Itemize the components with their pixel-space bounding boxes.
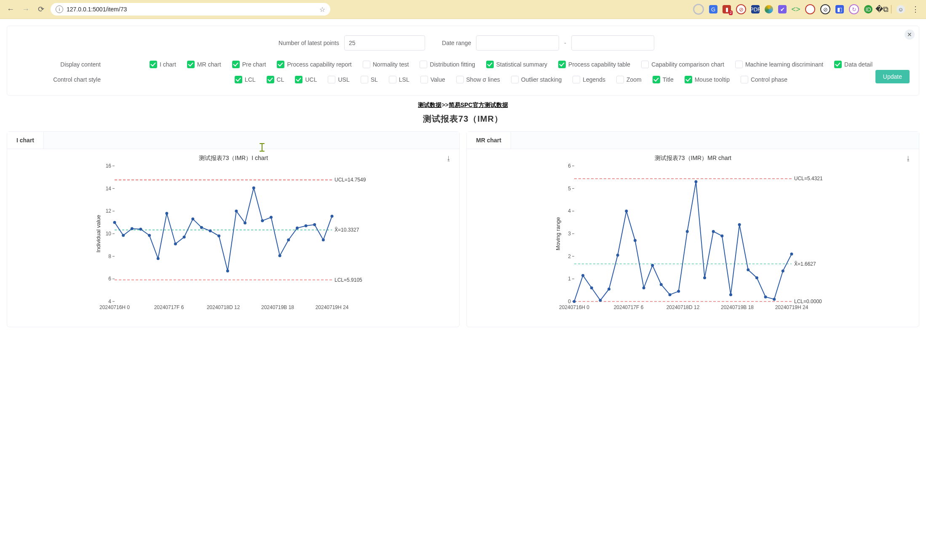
checkbox-box[interactable] xyxy=(361,76,368,83)
ext-icon[interactable]: ID xyxy=(864,5,872,13)
svg-point-96 xyxy=(712,230,715,233)
ext-icon[interactable]: ✔ xyxy=(778,5,787,13)
download-icon[interactable]: ⭳ xyxy=(446,155,452,162)
checkbox-control-phase[interactable]: Control phase xyxy=(741,76,787,83)
checkbox-capability-comparison-chart[interactable]: Capability comparison chart xyxy=(641,61,724,68)
checkbox-sl[interactable]: SL xyxy=(361,76,378,83)
ext-icon[interactable] xyxy=(805,4,815,14)
checkbox-process-capability-report[interactable]: Process capability report xyxy=(277,61,351,68)
control-chart-group: LCLCLUCLUSLSLLSLValueShow σ linesOutlier… xyxy=(112,76,910,83)
pdf-ext-icon[interactable]: PDF xyxy=(751,5,760,13)
extensions-menu-icon[interactable]: �⧉ xyxy=(878,5,886,13)
checkbox-normality-test[interactable]: Normality test xyxy=(363,61,409,68)
checkbox-box[interactable] xyxy=(187,61,195,68)
checkbox-machine-learning-discriminant[interactable]: Machine learning discriminant xyxy=(735,61,823,68)
checkbox-box[interactable] xyxy=(277,61,284,68)
checkbox-cl[interactable]: CL xyxy=(267,76,284,83)
checkbox-zoom[interactable]: Zoom xyxy=(616,76,642,83)
checkbox-box[interactable] xyxy=(741,76,748,83)
ext-icon[interactable]: ▮2 xyxy=(723,5,731,13)
checkbox-title[interactable]: Title xyxy=(653,76,674,83)
checkbox-box[interactable] xyxy=(558,61,566,68)
bookmark-star-icon[interactable]: ☆ xyxy=(319,5,325,13)
svg-text:X̄=1.6627: X̄=1.6627 xyxy=(794,261,816,267)
mr-chart-tab[interactable]: MR chart xyxy=(467,132,511,149)
back-button[interactable]: ← xyxy=(5,4,16,15)
checkbox-distribution-fitting[interactable]: Distribution fitting xyxy=(420,61,475,68)
ext-icon[interactable] xyxy=(693,4,704,15)
svg-text:20240719H 24: 20240719H 24 xyxy=(315,304,348,310)
checkbox-lsl[interactable]: LSL xyxy=(389,76,409,83)
breadcrumb: 测试数据>>简易SPC官方测试数据 xyxy=(7,101,919,109)
svg-point-100 xyxy=(747,268,749,271)
browser-menu-icon[interactable]: ⋮ xyxy=(910,5,921,14)
checkbox-box[interactable] xyxy=(511,76,519,83)
svg-text:10: 10 xyxy=(105,231,111,237)
forward-button[interactable]: → xyxy=(20,4,31,15)
checkbox-mouse-tooltip[interactable]: Mouse tooltip xyxy=(685,76,730,83)
checkbox-lcl[interactable]: LCL xyxy=(235,76,256,83)
ext-icon[interactable]: <> xyxy=(792,5,800,13)
checkbox-outlier-stacking[interactable]: Outlier stacking xyxy=(511,76,562,83)
ext-icon[interactable]: ⊘ xyxy=(736,4,746,14)
breadcrumb-link-a[interactable]: 测试数据 xyxy=(418,101,442,108)
checkbox-legends[interactable]: Legends xyxy=(573,76,605,83)
checkbox-box[interactable] xyxy=(420,61,427,68)
profile-avatar[interactable]: ☺ xyxy=(897,5,905,13)
ext-icon[interactable] xyxy=(765,5,773,13)
checkbox-box[interactable] xyxy=(685,76,692,83)
checkbox-box[interactable] xyxy=(232,61,240,68)
date-from-input[interactable] xyxy=(476,35,559,51)
update-button[interactable]: Update xyxy=(875,70,910,83)
i-chart-tab[interactable]: I chart xyxy=(7,132,44,149)
breadcrumb-link-b[interactable]: 简易SPC官方测试数据 xyxy=(449,101,508,108)
svg-point-105 xyxy=(790,253,793,256)
svg-point-51 xyxy=(321,238,324,241)
translate-ext-icon[interactable]: G xyxy=(709,5,717,13)
close-icon[interactable]: ✕ xyxy=(905,29,915,40)
ext-icon[interactable]: ↻ xyxy=(849,4,859,14)
checkbox-value[interactable]: Value xyxy=(420,76,445,83)
svg-text:X̄=10.3327: X̄=10.3327 xyxy=(335,227,359,233)
checkbox-box[interactable] xyxy=(573,76,580,83)
checkbox-box[interactable] xyxy=(616,76,624,83)
checkbox-box[interactable] xyxy=(267,76,274,83)
svg-point-80 xyxy=(573,300,575,303)
checkbox-usl[interactable]: USL xyxy=(328,76,349,83)
checkbox-box[interactable] xyxy=(328,76,335,83)
checkbox-label: Process capability report xyxy=(287,61,351,68)
checkbox-box[interactable] xyxy=(653,76,660,83)
num-points-input[interactable] xyxy=(344,35,425,51)
checkbox-data-detail[interactable]: Data detail xyxy=(834,61,872,68)
ext-icon[interactable]: ◧ xyxy=(835,5,844,13)
checkbox-process-capability-table[interactable]: Process capability table xyxy=(558,61,630,68)
checkbox-statistical-summary[interactable]: Statistical summary xyxy=(486,61,547,68)
checkbox-box[interactable] xyxy=(389,76,396,83)
checkbox-box[interactable] xyxy=(641,61,649,68)
checkbox-box[interactable] xyxy=(150,61,157,68)
svg-point-88 xyxy=(642,286,645,289)
download-icon[interactable]: ⭳ xyxy=(905,155,911,162)
checkbox-box[interactable] xyxy=(363,61,370,68)
checkbox-ucl[interactable]: UCL xyxy=(295,76,317,83)
checkbox-box[interactable] xyxy=(834,61,842,68)
reload-button[interactable]: ⟳ xyxy=(35,4,46,15)
checkbox-box[interactable] xyxy=(420,76,428,83)
site-info-icon[interactable]: i xyxy=(56,5,63,13)
checkbox-box[interactable] xyxy=(486,61,494,68)
ext-icon[interactable]: ⊘ xyxy=(820,4,830,14)
checkbox-label: Legends xyxy=(583,76,605,83)
checkbox-i-chart[interactable]: I chart xyxy=(150,61,176,68)
svg-point-94 xyxy=(694,180,697,183)
svg-point-33 xyxy=(165,212,168,215)
checkbox-show-lines[interactable]: Show σ lines xyxy=(456,76,500,83)
date-to-input[interactable] xyxy=(571,35,654,51)
svg-point-89 xyxy=(651,264,654,267)
checkbox-mr-chart[interactable]: MR chart xyxy=(187,61,221,68)
checkbox-box[interactable] xyxy=(295,76,302,83)
address-bar[interactable]: i 127.0.0.1:5001/item/73 ☆ xyxy=(51,3,330,16)
checkbox-pre-chart[interactable]: Pre chart xyxy=(232,61,266,68)
checkbox-box[interactable] xyxy=(735,61,743,68)
checkbox-box[interactable] xyxy=(456,76,464,83)
checkbox-box[interactable] xyxy=(235,76,242,83)
